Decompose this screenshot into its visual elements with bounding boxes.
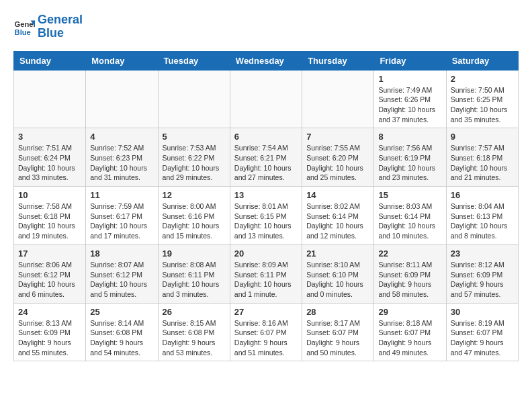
calendar-day-cell: 17Sunrise: 8:06 AM Sunset: 6:12 PM Dayli…	[14, 244, 86, 303]
calendar-day-cell: 3Sunrise: 7:51 AM Sunset: 6:24 PM Daylig…	[14, 128, 86, 187]
day-info: Sunrise: 8:02 AM Sunset: 6:14 PM Dayligh…	[306, 201, 369, 241]
day-number: 21	[306, 248, 369, 259]
day-number: 26	[163, 307, 226, 317]
calendar-day-cell: 4Sunrise: 7:52 AM Sunset: 6:23 PM Daylig…	[86, 128, 158, 187]
calendar-day-cell	[230, 70, 302, 128]
day-info: Sunrise: 7:59 AM Sunset: 6:17 PM Dayligh…	[90, 201, 153, 241]
day-number: 19	[163, 248, 226, 259]
day-number: 4	[90, 132, 153, 142]
day-info: Sunrise: 8:07 AM Sunset: 6:12 PM Dayligh…	[90, 260, 153, 300]
calendar-day-cell: 29Sunrise: 8:18 AM Sunset: 6:07 PM Dayli…	[374, 303, 446, 361]
calendar-day-cell	[302, 70, 374, 128]
day-info: Sunrise: 8:17 AM Sunset: 6:07 PM Dayligh…	[306, 318, 369, 358]
day-of-week-header: Friday	[374, 51, 446, 70]
day-info: Sunrise: 7:58 AM Sunset: 6:18 PM Dayligh…	[18, 201, 81, 241]
calendar-day-cell: 8Sunrise: 7:56 AM Sunset: 6:19 PM Daylig…	[374, 128, 446, 187]
day-number: 8	[378, 132, 441, 142]
day-info: Sunrise: 7:51 AM Sunset: 6:24 PM Dayligh…	[18, 143, 81, 183]
calendar-day-cell: 16Sunrise: 8:04 AM Sunset: 6:13 PM Dayli…	[446, 187, 518, 245]
day-number: 11	[90, 190, 153, 200]
day-info: Sunrise: 7:57 AM Sunset: 6:18 PM Dayligh…	[451, 143, 514, 183]
calendar-day-cell: 7Sunrise: 7:55 AM Sunset: 6:20 PM Daylig…	[302, 128, 374, 187]
calendar-day-cell: 14Sunrise: 8:02 AM Sunset: 6:14 PM Dayli…	[302, 187, 374, 245]
day-of-week-header: Monday	[86, 51, 158, 70]
day-number: 1	[378, 74, 441, 84]
header: General Blue GeneralBlue	[13, 13, 519, 40]
day-number: 13	[234, 190, 298, 200]
day-info: Sunrise: 8:00 AM Sunset: 6:16 PM Dayligh…	[163, 201, 226, 241]
logo-icon: General Blue	[13, 16, 35, 38]
calendar-day-cell: 28Sunrise: 8:17 AM Sunset: 6:07 PM Dayli…	[302, 303, 374, 361]
calendar-week-row: 24Sunrise: 8:13 AM Sunset: 6:09 PM Dayli…	[14, 303, 519, 361]
calendar-day-cell: 26Sunrise: 8:15 AM Sunset: 6:08 PM Dayli…	[158, 303, 230, 361]
day-number: 10	[18, 190, 81, 200]
day-number: 28	[306, 307, 369, 317]
calendar-day-cell: 30Sunrise: 8:19 AM Sunset: 6:07 PM Dayli…	[446, 303, 518, 361]
day-info: Sunrise: 7:55 AM Sunset: 6:20 PM Dayligh…	[306, 143, 369, 183]
day-info: Sunrise: 7:52 AM Sunset: 6:23 PM Dayligh…	[90, 143, 153, 183]
calendar-day-cell: 24Sunrise: 8:13 AM Sunset: 6:09 PM Dayli…	[14, 303, 86, 361]
day-info: Sunrise: 8:01 AM Sunset: 6:15 PM Dayligh…	[234, 201, 298, 241]
day-number: 2	[451, 74, 514, 84]
day-of-week-header: Saturday	[446, 51, 518, 70]
logo: General Blue GeneralBlue	[13, 13, 83, 40]
calendar-day-cell: 2Sunrise: 7:50 AM Sunset: 6:25 PM Daylig…	[446, 70, 518, 128]
day-info: Sunrise: 8:09 AM Sunset: 6:11 PM Dayligh…	[234, 260, 298, 300]
day-of-week-header: Wednesday	[230, 51, 302, 70]
calendar-day-cell: 10Sunrise: 7:58 AM Sunset: 6:18 PM Dayli…	[14, 187, 86, 245]
day-number: 14	[306, 190, 369, 200]
day-info: Sunrise: 7:50 AM Sunset: 6:25 PM Dayligh…	[451, 85, 514, 125]
day-number: 17	[18, 248, 81, 259]
day-number: 18	[90, 248, 153, 259]
day-of-week-header: Tuesday	[158, 51, 230, 70]
day-number: 7	[306, 132, 369, 142]
calendar-day-cell: 6Sunrise: 7:54 AM Sunset: 6:21 PM Daylig…	[230, 128, 302, 187]
day-number: 12	[163, 190, 226, 200]
calendar-day-cell: 22Sunrise: 8:11 AM Sunset: 6:09 PM Dayli…	[374, 244, 446, 303]
day-number: 24	[18, 307, 81, 317]
day-info: Sunrise: 8:06 AM Sunset: 6:12 PM Dayligh…	[18, 260, 81, 300]
day-number: 23	[451, 248, 514, 259]
calendar-header-row: SundayMondayTuesdayWednesdayThursdayFrid…	[14, 51, 519, 70]
day-info: Sunrise: 8:11 AM Sunset: 6:09 PM Dayligh…	[378, 260, 441, 300]
day-number: 22	[378, 248, 441, 259]
day-info: Sunrise: 8:12 AM Sunset: 6:09 PM Dayligh…	[451, 260, 514, 300]
day-info: Sunrise: 8:14 AM Sunset: 6:08 PM Dayligh…	[90, 318, 153, 358]
day-info: Sunrise: 7:56 AM Sunset: 6:19 PM Dayligh…	[378, 143, 441, 183]
day-of-week-header: Sunday	[14, 51, 86, 70]
day-info: Sunrise: 8:15 AM Sunset: 6:08 PM Dayligh…	[163, 318, 226, 358]
day-number: 3	[18, 132, 81, 142]
day-info: Sunrise: 7:53 AM Sunset: 6:22 PM Dayligh…	[163, 143, 226, 183]
day-number: 5	[163, 132, 226, 142]
calendar-day-cell: 5Sunrise: 7:53 AM Sunset: 6:22 PM Daylig…	[158, 128, 230, 187]
day-info: Sunrise: 8:19 AM Sunset: 6:07 PM Dayligh…	[451, 318, 514, 358]
day-info: Sunrise: 8:18 AM Sunset: 6:07 PM Dayligh…	[378, 318, 441, 358]
logo-text: GeneralBlue	[38, 13, 83, 40]
day-number: 27	[234, 307, 298, 317]
calendar-day-cell: 12Sunrise: 8:00 AM Sunset: 6:16 PM Dayli…	[158, 187, 230, 245]
day-info: Sunrise: 7:49 AM Sunset: 6:26 PM Dayligh…	[378, 85, 441, 125]
day-number: 9	[451, 132, 514, 142]
calendar-week-row: 17Sunrise: 8:06 AM Sunset: 6:12 PM Dayli…	[14, 244, 519, 303]
calendar-day-cell: 23Sunrise: 8:12 AM Sunset: 6:09 PM Dayli…	[446, 244, 518, 303]
day-number: 29	[378, 307, 441, 317]
calendar-day-cell: 19Sunrise: 8:08 AM Sunset: 6:11 PM Dayli…	[158, 244, 230, 303]
calendar-week-row: 1Sunrise: 7:49 AM Sunset: 6:26 PM Daylig…	[14, 70, 519, 128]
calendar-day-cell: 11Sunrise: 7:59 AM Sunset: 6:17 PM Dayli…	[86, 187, 158, 245]
calendar-day-cell: 15Sunrise: 8:03 AM Sunset: 6:14 PM Dayli…	[374, 187, 446, 245]
day-info: Sunrise: 8:16 AM Sunset: 6:07 PM Dayligh…	[234, 318, 298, 358]
day-number: 16	[451, 190, 514, 200]
day-number: 25	[90, 307, 153, 317]
day-info: Sunrise: 8:08 AM Sunset: 6:11 PM Dayligh…	[163, 260, 226, 300]
day-info: Sunrise: 8:10 AM Sunset: 6:10 PM Dayligh…	[306, 260, 369, 300]
svg-text:Blue: Blue	[15, 28, 31, 36]
calendar-day-cell	[14, 70, 86, 128]
calendar-day-cell	[158, 70, 230, 128]
calendar-day-cell: 18Sunrise: 8:07 AM Sunset: 6:12 PM Dayli…	[86, 244, 158, 303]
day-of-week-header: Thursday	[302, 51, 374, 70]
calendar-day-cell: 25Sunrise: 8:14 AM Sunset: 6:08 PM Dayli…	[86, 303, 158, 361]
calendar-day-cell: 27Sunrise: 8:16 AM Sunset: 6:07 PM Dayli…	[230, 303, 302, 361]
day-info: Sunrise: 7:54 AM Sunset: 6:21 PM Dayligh…	[234, 143, 298, 183]
calendar-day-cell: 9Sunrise: 7:57 AM Sunset: 6:18 PM Daylig…	[446, 128, 518, 187]
calendar-week-row: 10Sunrise: 7:58 AM Sunset: 6:18 PM Dayli…	[14, 187, 519, 245]
